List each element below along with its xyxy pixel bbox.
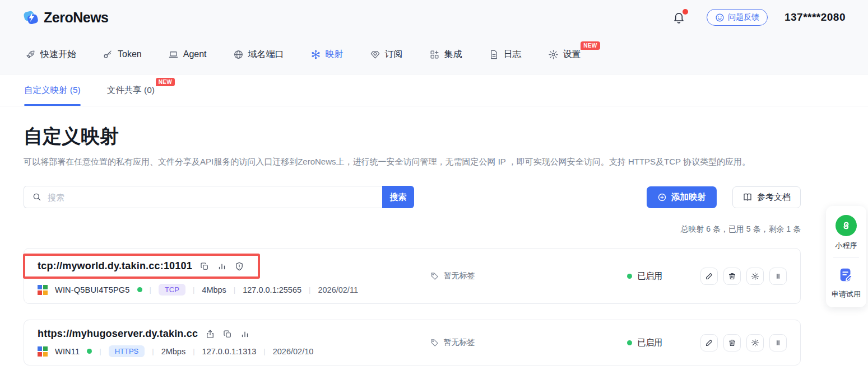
pencil-icon bbox=[705, 339, 713, 347]
host-name: WIN11 bbox=[55, 347, 80, 356]
document-icon bbox=[489, 49, 499, 60]
shield-alert-icon[interactable] bbox=[234, 261, 244, 271]
bandwidth: 4Mbps bbox=[202, 285, 226, 294]
host-online-dot bbox=[137, 287, 142, 292]
trash-icon bbox=[728, 339, 736, 347]
nav-item-mapping[interactable]: 映射 bbox=[310, 49, 344, 60]
nav-label: 域名端口 bbox=[248, 49, 284, 60]
status-label: 已启用 bbox=[637, 271, 662, 282]
local-address: 127.0.0.1:1313 bbox=[202, 347, 257, 356]
nav-item-subscription[interactable]: 订阅 bbox=[370, 49, 403, 60]
mapping-row-left: https://myhugoserver.dy.takin.cc bbox=[38, 328, 430, 357]
add-mapping-button[interactable]: 添加映射 bbox=[647, 186, 717, 208]
miniprogram-entry[interactable]: 小程序 bbox=[826, 215, 866, 251]
separator: | bbox=[99, 347, 101, 355]
host-name: WIN-Q5BUI4T5PG5 bbox=[55, 285, 130, 294]
tag-section: 暂无标签 bbox=[430, 337, 628, 348]
mapping-url[interactable]: tcp://myworld.dy.takin.cc:10101 bbox=[38, 260, 192, 272]
trash-icon bbox=[728, 272, 736, 280]
gear-icon bbox=[548, 49, 559, 60]
trial-label: 申请试用 bbox=[826, 289, 866, 299]
nav-item-token[interactable]: Token bbox=[103, 49, 142, 60]
trial-doc-pencil-icon bbox=[835, 265, 857, 285]
miniprogram-label: 小程序 bbox=[826, 241, 866, 251]
nav-label: 订阅 bbox=[385, 49, 403, 60]
separator: | bbox=[309, 285, 310, 294]
protocol-badge: TCP bbox=[159, 284, 185, 296]
separator: | bbox=[234, 285, 235, 294]
row-actions bbox=[700, 334, 787, 351]
nav-label: Agent bbox=[183, 49, 207, 59]
host-online-dot bbox=[87, 349, 92, 354]
tag-label: 暂无标签 bbox=[444, 337, 475, 348]
nav-item-agent[interactable]: Agent bbox=[168, 49, 207, 60]
book-icon bbox=[742, 192, 753, 202]
tab-label: 自定义映射 (5) bbox=[24, 85, 81, 96]
plus-circle-icon bbox=[657, 193, 667, 202]
search-group: 搜索 bbox=[24, 186, 414, 208]
page: ZeroNews bbox=[0, 0, 868, 375]
separator: | bbox=[152, 347, 154, 355]
status-label: 已启用 bbox=[637, 337, 662, 348]
feedback-button[interactable]: 问题反馈 bbox=[707, 9, 768, 26]
header-top-row: ZeroNews bbox=[0, 0, 868, 35]
pause-button[interactable] bbox=[769, 334, 787, 351]
rocket-icon bbox=[25, 49, 36, 60]
nav-item-quickstart[interactable]: 快速开始 bbox=[25, 49, 76, 60]
search-input[interactable] bbox=[48, 193, 374, 202]
delete-button[interactable] bbox=[723, 268, 741, 285]
add-mapping-label: 添加映射 bbox=[671, 191, 706, 203]
status-section: 已启用 bbox=[627, 337, 700, 348]
nav-item-domain-port[interactable]: 域名端口 bbox=[233, 49, 284, 60]
copy-icon[interactable] bbox=[222, 329, 233, 339]
main-nav: 快速开始 Token Agent bbox=[0, 35, 868, 74]
nav-item-integration[interactable]: 集成 bbox=[429, 49, 462, 60]
status-section: 已启用 bbox=[627, 271, 700, 282]
nav-item-logs[interactable]: 日志 bbox=[489, 49, 522, 60]
edit-button[interactable] bbox=[700, 334, 718, 351]
notification-bell-button[interactable] bbox=[672, 11, 685, 24]
logo[interactable]: ZeroNews bbox=[22, 9, 108, 26]
config-button[interactable] bbox=[746, 268, 764, 285]
copy-icon[interactable] bbox=[199, 261, 210, 271]
tab-file-sharing[interactable]: 文件共享 (0) NEW bbox=[107, 74, 155, 106]
pause-icon bbox=[774, 339, 782, 346]
gem-icon bbox=[370, 49, 380, 60]
windows-logo-icon bbox=[38, 346, 48, 357]
status-dot bbox=[627, 274, 632, 279]
trial-entry[interactable]: 申请试用 bbox=[826, 265, 866, 299]
tag-icon bbox=[430, 338, 439, 348]
config-button[interactable] bbox=[746, 334, 764, 351]
separator: | bbox=[150, 285, 151, 294]
page-title: 自定义映射 bbox=[24, 124, 801, 149]
mapping-url[interactable]: https://myhugoserver.dy.takin.cc bbox=[38, 328, 198, 340]
traffic-chart-icon[interactable] bbox=[217, 261, 227, 271]
globe-icon bbox=[233, 49, 244, 60]
grid-plus-icon bbox=[429, 49, 440, 60]
reference-docs-button[interactable]: 参考文档 bbox=[732, 186, 801, 208]
delete-button[interactable] bbox=[723, 334, 741, 351]
separator: | bbox=[263, 347, 265, 355]
toolbar: 搜索 添加映射 参考文档 bbox=[24, 186, 801, 208]
quota-summary: 总映射 6 条，已用 5 条，剩余 1 条 bbox=[24, 224, 801, 235]
open-link-icon[interactable] bbox=[205, 329, 215, 339]
search-button[interactable]: 搜索 bbox=[382, 186, 414, 208]
gear-icon bbox=[751, 272, 759, 280]
tab-custom-mapping[interactable]: 自定义映射 (5) bbox=[24, 74, 81, 106]
url-line: tcp://myworld.dy.takin.cc:10101 bbox=[38, 260, 244, 272]
logo-icon bbox=[22, 9, 39, 26]
traffic-chart-icon[interactable] bbox=[240, 329, 250, 339]
bandwidth: 2Mbps bbox=[161, 347, 186, 356]
nav-label: Token bbox=[118, 49, 142, 59]
nav-label: 快速开始 bbox=[40, 49, 76, 60]
new-badge: NEW bbox=[156, 78, 175, 86]
pause-button[interactable] bbox=[769, 268, 787, 285]
expiry-date: 2026/02/10 bbox=[273, 347, 314, 356]
mapping-list: tcp://myworld.dy.takin.cc:10101 bbox=[24, 248, 801, 365]
user-phone[interactable]: 137****2080 bbox=[785, 11, 846, 24]
nav-label: 映射 bbox=[326, 49, 344, 60]
status-dot bbox=[627, 340, 632, 345]
nav-item-settings[interactable]: 设置 NEW bbox=[548, 49, 581, 60]
feedback-label: 问题反馈 bbox=[728, 12, 759, 22]
edit-button[interactable] bbox=[700, 268, 718, 285]
